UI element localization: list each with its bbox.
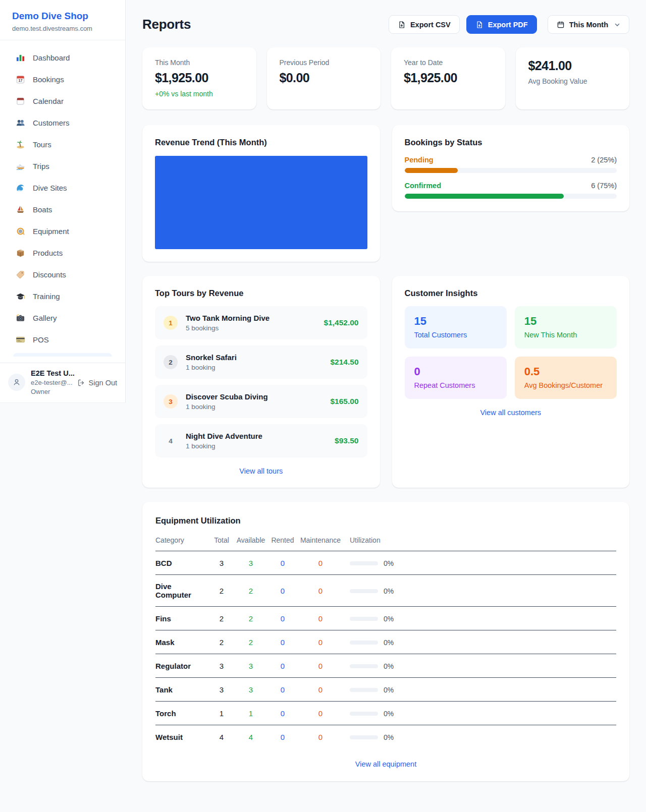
bar-chart-icon [15,53,25,63]
tour-bookings: 1 booking [186,403,268,411]
cell-utilization: 0% [343,725,616,749]
sidebar-item-discounts[interactable]: Discounts [7,264,119,285]
period-label: This Month [569,21,608,29]
tile-avg-bookings: 0.5 Avg Bookings/Customer [515,357,617,399]
credit-card-icon [15,335,25,345]
table-row: Tank 3 3 0 0 0% [155,678,616,702]
view-all-equipment-link[interactable]: View all equipment [155,760,616,768]
cell-maintenance: 0 [298,607,343,630]
sidebar-item-reports-active-partial[interactable] [13,353,112,357]
tour-row: 4 Night Dive Adventure 1 booking $93.50 [155,424,367,457]
sidebar: Demo Dive Shop demo.test.divestreams.com… [0,0,126,403]
utilization-track [350,641,378,645]
sidebar-item-products[interactable]: Products [7,242,119,264]
speedboat-icon [15,161,25,171]
sidebar-item-label: Dashboard [33,53,70,62]
tour-row: 3 Discover Scuba Diving 1 booking $165.0… [155,385,367,418]
utilization-percent: 0% [384,662,394,670]
people-icon [15,118,25,128]
utilization-percent: 0% [384,559,394,567]
sidebar-item-label: Calendar [33,97,64,105]
stat-card-year-to-date: Year to Date $1,925.00 [391,47,505,109]
sidebar-item-gallery[interactable]: Gallery [7,307,119,329]
sidebar-item-training[interactable]: Training [7,285,119,307]
export-pdf-button[interactable]: Export PDF [466,15,537,34]
cell-available: 3 [235,678,267,702]
sidebar-item-label: Boats [33,205,52,214]
tour-revenue: $93.50 [335,436,358,445]
utilization-percent: 0% [384,733,394,741]
sidebar-item-bookings[interactable]: 17 Bookings [7,69,119,90]
tile-label: New This Month [524,331,607,339]
svg-text:17: 17 [18,79,22,83]
cell-utilization: 0% [343,607,616,630]
period-dropdown[interactable]: This Month [548,15,629,34]
cell-rented: 0 [267,702,298,725]
package-icon [15,248,25,258]
cell-category: Mask [155,630,208,654]
view-all-customers-link[interactable]: View all customers [405,409,617,417]
cell-available: 2 [235,575,267,607]
column-header: Maintenance [298,536,343,551]
sidebar-item-tours[interactable]: Tours [7,134,119,155]
status-progress-track [405,194,617,199]
tour-row: 1 Two Tank Morning Dive 5 bookings $1,45… [155,306,367,339]
sidebar-item-label: Gallery [33,314,57,322]
table-row: Dive Computer 2 2 0 0 0% [155,575,616,607]
sidebar-item-pos[interactable]: POS [7,329,119,351]
sidebar-item-dive-sites[interactable]: Dive Sites [7,177,119,199]
cell-maintenance: 0 [298,654,343,678]
shop-domain: demo.test.divestreams.com [12,25,113,32]
revenue-trend-card: Revenue Trend (This Month) [142,125,380,262]
revenue-trend-chart [155,156,367,249]
table-header-row: Category Total Available Rented Maintena… [155,536,616,551]
sidebar-item-boats[interactable]: Boats [7,199,119,220]
top-tours-list: 1 Two Tank Morning Dive 5 bookings $1,45… [155,306,367,457]
stat-cards: This Month $1,925.00 +0% vs last month P… [142,47,629,109]
utilization-percent: 0% [384,587,394,595]
cell-total: 3 [208,678,235,702]
export-csv-button[interactable]: Export CSV [389,15,460,34]
tour-revenue: $214.50 [330,358,358,367]
user-info: E2E Test U... e2e-tester@... Owner [31,369,72,395]
cell-maintenance: 0 [298,630,343,654]
file-download-icon [475,21,483,29]
cell-category: Regulator [155,654,208,678]
main-content: Reports Export CSV Export PDF This Month… [126,0,646,781]
export-pdf-label: Export PDF [488,21,528,29]
revenue-trend-title: Revenue Trend (This Month) [155,138,367,147]
sidebar-item-calendar[interactable]: Calendar [7,90,119,112]
sidebar-nav: Dashboard 17 Bookings Calendar Customers… [0,40,125,357]
insight-tiles: 15 Total Customers 15 New This Month 0 R… [405,306,617,399]
cell-available: 2 [235,630,267,654]
table-row: Mask 2 2 0 0 0% [155,630,616,654]
tile-value: 15 [524,315,607,328]
sidebar-item-dashboard[interactable]: Dashboard [7,47,119,69]
status-row-pending: Pending 2 (25%) [405,156,617,173]
cell-rented: 0 [267,575,298,607]
table-row: Regulator 3 3 0 0 0% [155,654,616,678]
sidebar-item-equipment[interactable]: Equipment [7,220,119,242]
desert-island-icon [15,140,25,150]
rank-badge: 2 [164,355,178,369]
utilization-track [350,589,378,593]
logout-icon [77,379,85,387]
cell-total: 2 [208,607,235,630]
export-csv-label: Export CSV [410,21,451,29]
tour-revenue: $165.00 [330,397,358,406]
sidebar-item-trips[interactable]: Trips [7,155,119,177]
sidebar-item-label: Tours [33,140,51,149]
column-header: Total [208,536,235,551]
user-role: Owner [31,388,72,395]
view-all-tours-link[interactable]: View all tours [155,467,367,475]
sidebar-item-customers[interactable]: Customers [7,112,119,134]
cell-rented: 0 [267,630,298,654]
graduation-cap-icon [15,292,25,302]
camera-icon [15,313,25,323]
dive-mask-icon [15,226,25,237]
status-value: 6 (75%) [591,182,617,190]
column-header: Category [155,536,208,551]
sign-out-button[interactable]: Sign Out [77,379,117,387]
cell-utilization: 0% [343,702,616,725]
cell-available: 3 [235,551,267,575]
